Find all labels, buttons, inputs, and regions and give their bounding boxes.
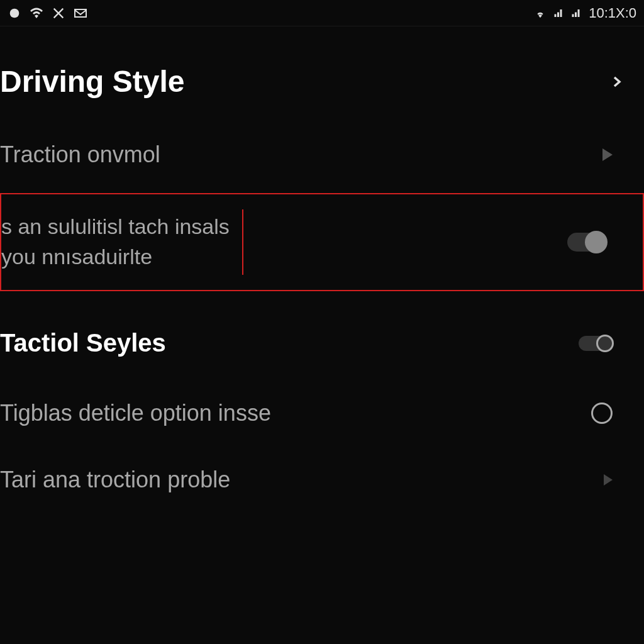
tactiol-toggle-control[interactable] <box>579 336 613 351</box>
mail-icon <box>73 6 88 21</box>
settings-content: Driving Style Traction onvmol s an sulul… <box>0 26 644 511</box>
wifi-signal-icon <box>533 6 547 20</box>
signal-bars-icon-1 <box>553 8 565 19</box>
play-arrow-small-icon <box>604 474 613 486</box>
red-divider <box>242 209 243 275</box>
status-time: 10:1X:0 <box>589 5 636 21</box>
traction-label: Traction onvmol <box>0 142 160 168</box>
highlighted-description: s an sululitisl tach insals you nnısadui… <box>1 212 242 272</box>
status-bar: 10:1X:0 <box>0 0 644 26</box>
page-title: Driving Style <box>0 64 184 99</box>
toggle-switch-on[interactable] <box>567 233 605 252</box>
highlighted-line1: s an sululitisl tach insals <box>1 212 230 242</box>
traction-row[interactable]: Traction onvmol <box>0 124 644 186</box>
tigblas-radio-control[interactable] <box>591 402 613 424</box>
svg-point-0 <box>10 8 19 18</box>
driving-style-header[interactable]: Driving Style <box>0 26 644 124</box>
toggle-knob-off-icon <box>596 335 614 352</box>
wifi-icon <box>29 6 44 21</box>
tactiol-label: Tactiol Seyles <box>0 329 166 357</box>
toggle-switch-off[interactable] <box>579 336 613 351</box>
status-bar-right: 10:1X:0 <box>533 5 636 21</box>
radio-button-icon[interactable] <box>591 402 613 424</box>
tigblas-row[interactable]: Tigblas deticle option insse <box>0 375 644 444</box>
crossed-icon <box>52 6 65 20</box>
highlighted-setting-row[interactable]: s an sululitisl tach insals you nnısadui… <box>0 193 644 291</box>
play-arrow-icon <box>602 148 613 161</box>
signal-bars-icon-2 <box>571 8 582 19</box>
chevron-right-icon <box>608 73 625 91</box>
tactiol-row[interactable]: Tactiol Seyles <box>0 299 644 375</box>
highlighted-toggle-control[interactable] <box>567 233 636 252</box>
tari-row[interactable]: Tari ana troction proble <box>0 444 644 511</box>
notification-icon <box>8 6 21 20</box>
highlighted-line2: you nnısaduirlte <box>1 242 230 272</box>
tari-label: Tari ana troction proble <box>0 467 230 493</box>
status-bar-left <box>8 6 88 21</box>
traction-arrow <box>602 148 613 161</box>
toggle-knob-icon <box>585 231 608 253</box>
tigblas-label: Tigblas deticle option insse <box>0 400 271 426</box>
tari-arrow <box>604 474 613 486</box>
